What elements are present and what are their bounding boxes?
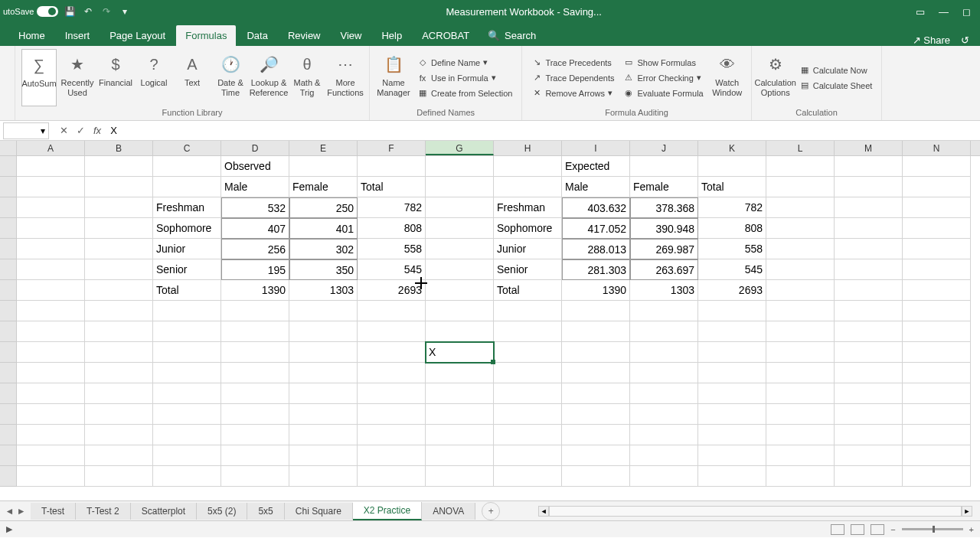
macro-record-icon[interactable]: ▶ xyxy=(6,524,12,534)
cell[interactable]: 302 xyxy=(289,239,358,259)
cell[interactable] xyxy=(153,425,221,445)
sheet-tab[interactable]: X2 Practice xyxy=(353,502,422,520)
cell[interactable] xyxy=(426,321,494,342)
cell[interactable] xyxy=(835,321,903,342)
tab-help[interactable]: Help xyxy=(372,25,411,46)
cell[interactable] xyxy=(289,404,358,425)
cell[interactable] xyxy=(426,280,494,301)
cell[interactable] xyxy=(85,259,153,280)
cell[interactable] xyxy=(835,280,903,301)
cell[interactable] xyxy=(630,363,698,383)
cell[interactable] xyxy=(698,425,766,445)
cell[interactable]: 782 xyxy=(358,197,426,218)
cell[interactable] xyxy=(835,156,903,177)
calculate-sheet-button[interactable]: ▤Calculate Sheet xyxy=(796,79,876,93)
row-header[interactable] xyxy=(0,259,17,280)
row-header[interactable] xyxy=(0,177,17,197)
cell[interactable] xyxy=(630,321,698,342)
cell[interactable]: 782 xyxy=(698,197,766,218)
cell[interactable]: 1390 xyxy=(562,280,630,301)
tell-me-search[interactable]: 🔍 Search xyxy=(480,25,544,46)
cell[interactable] xyxy=(903,321,971,342)
sheet-nav[interactable]: ◄ ► xyxy=(0,506,31,517)
cell[interactable] xyxy=(835,404,903,425)
cell[interactable] xyxy=(221,342,289,363)
cell[interactable] xyxy=(903,363,971,383)
cell[interactable] xyxy=(426,425,494,445)
cancel-formula-icon[interactable]: ✕ xyxy=(55,125,72,136)
cell[interactable] xyxy=(221,321,289,342)
cell[interactable] xyxy=(426,301,494,321)
cell[interactable]: Total xyxy=(494,280,562,301)
cell[interactable] xyxy=(221,383,289,404)
tab-review[interactable]: Review xyxy=(279,25,330,46)
cell[interactable] xyxy=(426,218,494,239)
cell[interactable] xyxy=(835,466,903,487)
cell[interactable] xyxy=(85,363,153,383)
cell[interactable] xyxy=(766,383,835,404)
cell[interactable] xyxy=(835,239,903,259)
watch-window-button[interactable]: 👁Watch Window xyxy=(710,49,745,106)
sheet-tab[interactable]: Scatterplot xyxy=(131,503,197,520)
cell[interactable] xyxy=(698,466,766,487)
cell[interactable] xyxy=(562,425,630,445)
cell[interactable]: 532 xyxy=(221,197,289,218)
spreadsheet-grid[interactable]: A B C D E F G H I J K L M N ObservedExpe… xyxy=(0,141,980,500)
cell[interactable] xyxy=(766,177,835,197)
calculation-options-button[interactable]: ⚙Calculation Options xyxy=(758,49,793,106)
cell[interactable]: 378.368 xyxy=(630,197,698,218)
cell[interactable] xyxy=(85,383,153,404)
col-header[interactable]: C xyxy=(153,141,221,155)
cell[interactable]: X xyxy=(426,342,494,363)
cell[interactable] xyxy=(630,383,698,404)
sheet-tab[interactable]: T-Test 2 xyxy=(76,503,131,520)
tab-page-layout[interactable]: Page Layout xyxy=(100,25,175,46)
cell[interactable] xyxy=(17,466,85,487)
row-header[interactable] xyxy=(0,239,17,259)
cell[interactable]: 390.948 xyxy=(630,218,698,239)
cell[interactable]: Male xyxy=(562,177,630,197)
cell[interactable] xyxy=(835,425,903,445)
cell[interactable] xyxy=(903,197,971,218)
cell[interactable] xyxy=(766,239,835,259)
cell[interactable] xyxy=(358,342,426,363)
cell[interactable] xyxy=(17,197,85,218)
name-manager-button[interactable]: 📋Name Manager xyxy=(376,49,411,106)
cell[interactable] xyxy=(698,321,766,342)
row-header[interactable] xyxy=(0,425,17,445)
cell[interactable]: 281.303 xyxy=(562,259,630,280)
trace-precedents-button[interactable]: ↘Trace Precedents xyxy=(528,56,617,70)
cell[interactable] xyxy=(903,425,971,445)
cell[interactable] xyxy=(630,156,698,177)
redo-icon[interactable]: ↷ xyxy=(100,5,113,18)
cell[interactable] xyxy=(562,342,630,363)
col-header[interactable]: E xyxy=(289,141,358,155)
tab-acrobat[interactable]: ACROBAT xyxy=(413,25,479,46)
cell[interactable] xyxy=(17,301,85,321)
cell[interactable] xyxy=(221,425,289,445)
scroll-right-icon[interactable]: ► xyxy=(962,506,972,517)
cell[interactable] xyxy=(153,404,221,425)
cell[interactable] xyxy=(630,445,698,466)
cell[interactable] xyxy=(85,425,153,445)
cell[interactable] xyxy=(153,466,221,487)
cell[interactable] xyxy=(698,445,766,466)
cell[interactable]: 1390 xyxy=(221,280,289,301)
cell[interactable] xyxy=(903,280,971,301)
cell[interactable]: 417.052 xyxy=(562,218,630,239)
cell[interactable] xyxy=(630,425,698,445)
sheet-tab[interactable]: 5x5 xyxy=(247,503,284,520)
zoom-out-icon[interactable]: − xyxy=(890,525,895,534)
cell[interactable]: Female xyxy=(630,177,698,197)
cell[interactable] xyxy=(221,445,289,466)
cell[interactable] xyxy=(766,404,835,425)
qat-dropdown-icon[interactable]: ▾ xyxy=(118,5,132,18)
cell[interactable] xyxy=(698,383,766,404)
cell[interactable] xyxy=(835,383,903,404)
cell[interactable]: Freshman xyxy=(153,197,221,218)
col-header[interactable]: L xyxy=(766,141,835,155)
cell[interactable] xyxy=(766,445,835,466)
cell[interactable] xyxy=(630,342,698,363)
cell[interactable] xyxy=(85,404,153,425)
remove-arrows-button[interactable]: ✕Remove Arrows ▾ xyxy=(528,86,617,100)
